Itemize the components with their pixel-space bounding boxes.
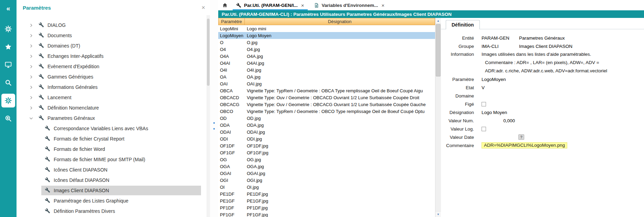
- table-row[interactable]: PF1DFPF1DF.jpg: [218, 204, 435, 211]
- cell-parametre: O4A: [218, 54, 245, 59]
- table-row[interactable]: OBCAVignette Type: TypRem / Geometrie : …: [218, 87, 435, 94]
- sidebar-scrollbar[interactable]: [207, 15, 210, 217]
- date-helper-button[interactable]: ?: [518, 134, 524, 140]
- cell-designation: PF1DF.jpg: [245, 205, 435, 210]
- table-row[interactable]: O4IO4I.jpg: [218, 66, 435, 73]
- table-row[interactable]: OBCOVignette Type: TypRem / Geometrie : …: [218, 108, 435, 115]
- table-row[interactable]: OF1DFOF1DF.jpg: [218, 142, 435, 149]
- column-header-designation[interactable]: Désignation: [245, 18, 435, 25]
- scroll-up-icon[interactable]: ▲: [435, 18, 441, 24]
- numeric-value-field[interactable]: 0,000: [482, 118, 515, 123]
- advanced-search-icon[interactable]: [1, 112, 15, 125]
- table-row[interactable]: OAOA.jpg: [218, 73, 435, 80]
- fige-checkbox[interactable]: [482, 102, 486, 106]
- tree-item[interactable]: Gammes Génériques: [17, 72, 206, 82]
- chevron-right-icon[interactable]: [29, 105, 34, 111]
- tree-item[interactable]: Paramétrage des Listes Graphique: [17, 196, 206, 206]
- table-row[interactable]: LogoMiniLogo mini: [218, 25, 435, 32]
- table-row[interactable]: OF1GFOF1GF.jpg: [218, 149, 435, 156]
- tree-item[interactable]: Echanges Inter-Applicatifs: [17, 51, 206, 61]
- chevron-right-icon[interactable]: [29, 22, 34, 28]
- cell-designation: OI.jpg: [245, 185, 435, 190]
- settings-gear-icon[interactable]: [1, 94, 15, 107]
- table-row[interactable]: OO.jpg: [218, 39, 435, 46]
- table-row[interactable]: OGIOGI.jpg: [218, 177, 435, 184]
- tab-par-uti[interactable]: Par.Uti. (PARAM-GEN/I...×: [231, 0, 309, 10]
- tree-item[interactable]: Domaines (DT): [17, 41, 206, 51]
- table-row[interactable]: PF1GFPF1GF.jpg: [218, 211, 435, 217]
- wrench-icon: [236, 3, 241, 8]
- close-tab-icon[interactable]: ×: [381, 2, 384, 8]
- favorites-star-icon[interactable]: [1, 40, 15, 54]
- panel-splitter[interactable]: [210, 0, 218, 217]
- parameters-tree: DIALOGDocumentsDomaines (DT)Echanges Int…: [17, 20, 206, 216]
- scroll-down-icon[interactable]: ▼: [435, 211, 441, 217]
- close-tab-icon[interactable]: ×: [301, 2, 304, 8]
- tree-item[interactable]: Définition Nomenclature: [17, 103, 206, 113]
- table-row[interactable]: OGAOGA.jpg: [218, 163, 435, 170]
- tree-item[interactable]: DIALOG: [17, 20, 206, 30]
- collapse-sidebar-icon[interactable]: «: [1, 2, 15, 14]
- workstation-icon[interactable]: [1, 58, 15, 72]
- table-row[interactable]: ODIODI.jpg: [218, 135, 435, 142]
- cell-parametre: OGA: [218, 164, 245, 169]
- tree-item[interactable]: Evènement d'Expédition: [17, 61, 206, 72]
- tree-item[interactable]: Parametres Généraux: [17, 113, 206, 123]
- wrench-icon: [45, 146, 51, 152]
- tree-item[interactable]: Formats de fichier MIME pour SMTP (Mail): [17, 154, 206, 165]
- chevron-right-icon[interactable]: [29, 53, 34, 59]
- chevron-right-icon[interactable]: [29, 84, 34, 90]
- chevron-right-icon[interactable]: [29, 74, 34, 80]
- tree-item[interactable]: Images Client DIAPASON: [17, 185, 206, 196]
- chevron-down-icon[interactable]: [29, 115, 34, 121]
- table-row[interactable]: PE1DFPE1DF.jpg: [218, 190, 435, 197]
- tree-item[interactable]: Définition Paramètres Divers: [17, 206, 206, 216]
- table-row[interactable]: PE1GFPE1GF.jpg: [218, 197, 435, 204]
- table-row[interactable]: OIOI.jpg: [218, 184, 435, 190]
- comment-value-field[interactable]: ADR=%DIAPIMGCLI%LogoMoyen.png: [482, 142, 567, 148]
- valeur-log-checkbox[interactable]: [482, 127, 486, 131]
- tree-item[interactable]: Documents: [17, 30, 206, 41]
- table-row[interactable]: OAIOAI.jpg: [218, 80, 435, 87]
- tab-variables-environnement[interactable]: Variables d'Environnem...×: [309, 0, 390, 10]
- tree-item[interactable]: Formats de fichier Crystal Report: [17, 134, 206, 144]
- tree-item[interactable]: Informations Générales: [17, 82, 206, 92]
- table-row[interactable]: OBCACDVignette Type: Ouv / Geometrie : O…: [218, 94, 435, 101]
- tree-item[interactable]: Lancement: [17, 92, 206, 103]
- table-row[interactable]: LogoMoyenLogo Moyen: [218, 32, 435, 39]
- cell-parametre: OG: [218, 157, 245, 162]
- tree-item[interactable]: Formats de fichier Word: [17, 144, 206, 154]
- search-icon[interactable]: [1, 76, 15, 90]
- sidebar-scrollbar-thumb[interactable]: [207, 19, 210, 86]
- wrench-icon: [39, 53, 45, 59]
- close-sidebar-icon[interactable]: ×: [201, 4, 205, 11]
- column-header-parametre[interactable]: Paramètre: [218, 18, 245, 25]
- table-row[interactable]: ODAIODAI.jpg: [218, 128, 435, 135]
- chevron-right-icon[interactable]: [29, 95, 34, 100]
- chevron-right-icon[interactable]: [29, 33, 34, 38]
- tree-item-label: Gammes Génériques: [47, 74, 93, 80]
- table-row[interactable]: OGOG.jpg: [218, 156, 435, 163]
- table-row[interactable]: O4AO4A.jpg: [218, 53, 435, 60]
- tab-definition[interactable]: Définition: [446, 20, 480, 29]
- table-row[interactable]: ODOD.jpg: [218, 115, 435, 122]
- applications-gear-icon[interactable]: [1, 22, 15, 36]
- table-row[interactable]: OGAIOGAI.jpg: [218, 170, 435, 177]
- tree-item[interactable]: Correspondance Variables Liens avec VBAs: [17, 123, 206, 134]
- tree-item[interactable]: Icônes Client DIAPASON: [17, 165, 206, 175]
- cell-designation: Vignette Type: Ouv / Geometrie : OBCACD …: [245, 95, 435, 100]
- chevron-right-icon[interactable]: [29, 64, 34, 69]
- table-row[interactable]: OBCACGVignette Type: Ouv / Geometrie : O…: [218, 101, 435, 108]
- table-row[interactable]: O4O4.jpg: [218, 46, 435, 53]
- field-value: Logo Moyen: [482, 110, 519, 115]
- chevron-right-icon[interactable]: [29, 43, 34, 49]
- table-scrollbar-thumb[interactable]: [436, 24, 441, 76]
- tree-item-label: Evènement d'Expédition: [47, 64, 99, 69]
- tree-item[interactable]: Icônes Défaut DIAPASON: [17, 175, 206, 185]
- tree-item-label: Définition Nomenclature: [47, 105, 99, 111]
- table-row[interactable]: O4AIO4AI.jpg: [218, 60, 435, 66]
- wrench-icon: [39, 43, 45, 49]
- home-icon: [222, 2, 228, 8]
- home-tab[interactable]: [218, 0, 231, 10]
- table-row[interactable]: ODAODA.jpg: [218, 122, 435, 128]
